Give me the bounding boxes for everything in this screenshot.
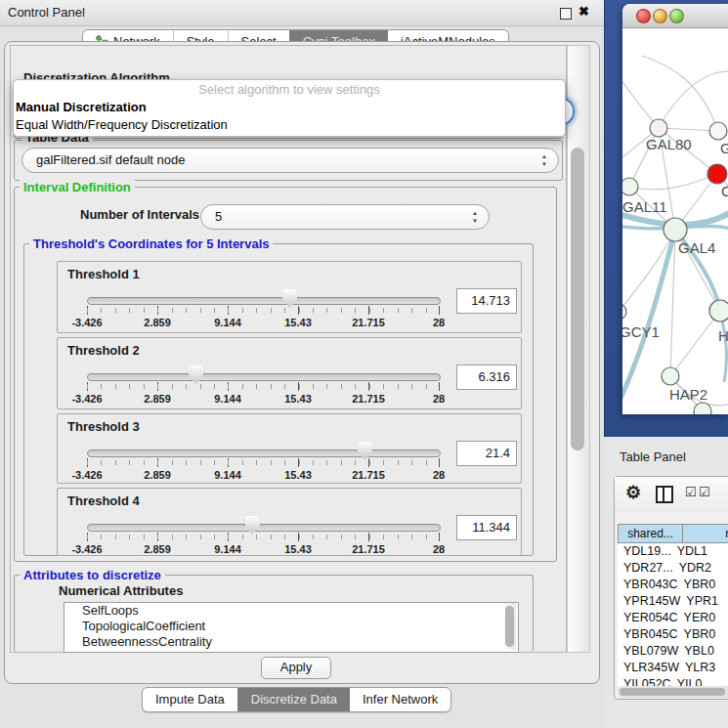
table-data-combobox[interactable]: galFiltered.sif default node ▲ ▼ [21,148,559,173]
network-node-gal4[interactable] [664,218,687,241]
attributes-list-scrollbar[interactable] [504,603,516,650]
tick-label: 15.43 [284,317,312,328]
table-cell[interactable]: YPR1 [680,593,728,610]
scrollbar-thumb[interactable] [571,148,584,450]
threshold-4-slider-track[interactable] [87,524,441,532]
tick-label: 9.144 [214,543,241,555]
network-canvas[interactable]: GAL80 GA C GAL11 GAL4 GCY1 H HAP2 [622,28,728,414]
network-view-window[interactable]: GAL80 GA C GAL11 GAL4 GCY1 H HAP2 [622,4,728,414]
threshold-2-value-field[interactable]: 6.316 [456,364,517,390]
tick-label: 28 [433,393,445,405]
threshold-1-slider-track[interactable] [87,297,441,305]
checkbox-icon[interactable]: ☑ [699,485,710,499]
close-traffic-light[interactable] [636,9,651,23]
table-row[interactable]: YIL052CYIL0 [618,676,728,686]
table-data-selected-value: galFiltered.sif default node [36,152,185,167]
network-node-gal80[interactable] [650,119,667,137]
table-cell[interactable]: YBL079W [618,643,678,660]
network-node-hap2[interactable] [662,367,679,385]
minimize-traffic-light[interactable] [653,9,667,23]
threshold-2-slider-track[interactable] [87,373,441,381]
table-cell[interactable]: YIL0 [671,676,728,686]
numerical-attributes-list[interactable]: SelfLoops TopologicalCoefficient Between… [64,602,519,653]
column-header-name[interactable]: na... [683,524,728,543]
table-row[interactable]: YLR345WYLR3 [618,660,728,676]
table-row[interactable]: YPR145WYPR1 [618,593,728,610]
scrollbar-thumb[interactable] [620,688,725,696]
tab-infer-network-label: Infer Network [363,688,438,711]
threshold-panel-2: Threshold 2 -3.426 2.859 9.144 15.43 21.… [57,337,522,409]
list-item[interactable]: TopologicalCoefficient [64,619,518,634]
table-row[interactable]: YBR043CYBR0 [618,577,728,593]
close-icon[interactable]: ✖ [578,4,589,19]
apply-button[interactable]: Apply [261,657,331,679]
numerical-attributes-label: Numerical Attributes [55,583,187,598]
spinner-down-icon: ▼ [541,160,547,168]
list-item[interactable]: BetweennessCentrality [64,634,518,650]
table-cell[interactable]: YBR043C [618,577,678,593]
threshold-3-slider-track[interactable] [87,450,441,457]
cyni-mode-tabs: Impute Data Discretize Data Infer Networ… [142,687,451,712]
dropdown-option-equal-width[interactable]: Equal Width/Frequency Discretization [14,116,565,134]
table-row[interactable]: YDR27...YDR2 [618,560,728,577]
float-window-icon[interactable] [560,8,572,20]
num-intervals-combobox[interactable]: 5 ▲ ▼ [200,204,490,230]
scrollbar-thumb[interactable] [505,606,514,647]
tick-label: 28 [433,469,445,481]
table-row[interactable]: YER054CYER0 [618,610,728,626]
table-cell[interactable]: YDR27... [618,560,673,577]
table-cell[interactable]: YLR3 [679,660,728,676]
threshold-3-value-field[interactable]: 21.4 [456,441,517,466]
table-horizontal-scrollbar[interactable] [618,686,728,698]
threshold-panel-4: Threshold 4 -3.426 2.859 9.144 15.43 21.… [57,488,522,556]
tab-discretize-data[interactable]: Discretize Data [237,688,350,711]
tick-label: -3.426 [71,469,102,481]
table-row[interactable]: YBR045CYBR0 [618,626,728,643]
gear-icon[interactable]: ⚙ [625,482,641,503]
tick-label: 28 [433,543,445,555]
table-cell[interactable]: YLR345W [618,660,679,676]
node-label-partial-c: C [721,183,728,199]
checkbox-icon[interactable]: ☑ [685,485,697,499]
tick-label: -3.426 [71,317,102,328]
table-cell[interactable]: YBR0 [678,626,728,643]
network-node-partial-top[interactable] [709,122,727,140]
node-table: shared... na... [618,524,728,543]
table-cell[interactable]: YIL052C [618,676,671,686]
main-vertical-scrollbar[interactable] [567,45,590,653]
network-node-red[interactable] [707,164,727,184]
network-window-titlebar[interactable] [622,4,728,28]
table-cell[interactable]: YBR0 [678,577,728,593]
threshold-4-value-field[interactable]: 11.344 [456,515,517,540]
tab-infer-network[interactable]: Infer Network [350,688,450,711]
table-cell[interactable]: YBR045C [618,626,678,643]
table-cell[interactable]: YBL0 [678,643,728,660]
dropdown-option-manual-discretization[interactable]: Manual Discretization [14,99,565,116]
screen: Control Panel ✖ Network Style Select Cyn… [0,0,728,728]
table-panel-toolbar: ⚙ ☑ ☑ [615,477,728,512]
table-cell[interactable]: YDL19... [618,543,671,560]
column-header-shared-name[interactable]: shared... [618,524,683,543]
node-label-gal80: GAL80 [646,136,692,152]
table-row[interactable]: YBL079WYBL0 [618,643,728,660]
tab-impute-data[interactable]: Impute Data [143,688,237,711]
list-item[interactable]: SelfLoops [64,603,518,619]
table-panel-title: Table Panel [620,450,686,464]
network-node-partial-bottom[interactable] [694,403,711,414]
algorithm-dropdown-popup: Select algorithm to view settings Manual… [13,79,566,137]
table-cell[interactable]: YER054C [618,610,678,626]
table-cell[interactable]: YPR145W [618,593,680,610]
zoom-traffic-light[interactable] [669,9,684,23]
tab-discretize-data-label: Discretize Data [251,688,337,711]
table-cell[interactable]: YDL1 [671,543,728,560]
control-panel-title: Control Panel [8,5,85,20]
table-cell[interactable]: YDR2 [673,560,728,577]
split-columns-icon[interactable] [656,486,673,503]
table-cell[interactable]: YER0 [678,610,728,626]
threshold-1-label: Threshold 1 [67,267,140,281]
network-node-h[interactable] [709,300,728,321]
network-node-gcy1[interactable] [622,304,626,320]
table-row[interactable]: YDL19...YDL1 [618,543,728,560]
threshold-1-value-field[interactable]: 14.713 [456,288,517,314]
network-node-gal11[interactable] [622,178,638,195]
